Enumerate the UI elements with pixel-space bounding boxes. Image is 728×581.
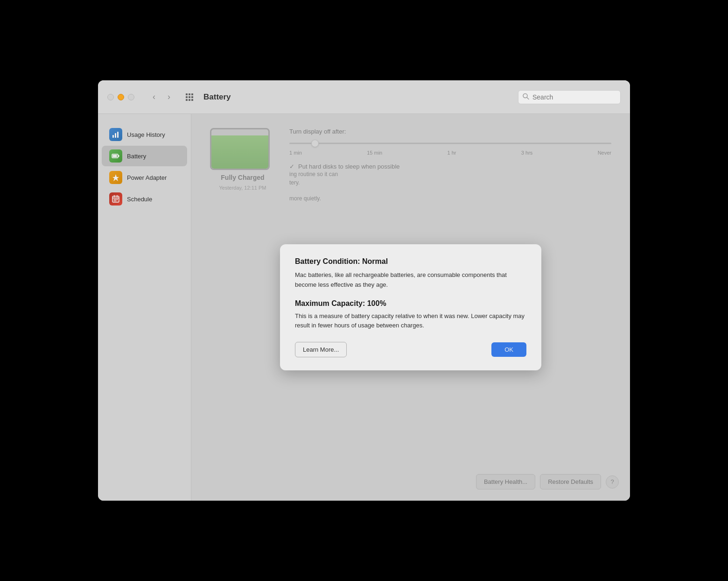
modal-buttons: Learn More... OK (295, 342, 526, 357)
svg-rect-2 (191, 93, 193, 95)
power-adapter-label: Power Adapter (127, 174, 167, 181)
svg-rect-3 (186, 96, 188, 98)
battery-condition-modal: Battery Condition: Normal Mac batteries,… (280, 244, 541, 370)
maximize-button[interactable] (128, 94, 134, 100)
svg-rect-8 (191, 99, 193, 101)
learn-more-button[interactable]: Learn More... (295, 342, 347, 357)
back-button[interactable]: ‹ (147, 91, 161, 104)
usage-history-icon (109, 128, 122, 141)
content-area: Usage History Battery (98, 114, 630, 501)
nav-arrows: ‹ › (147, 91, 175, 104)
sidebar-item-power-adapter[interactable]: Power Adapter (102, 167, 187, 188)
svg-rect-26 (115, 200, 116, 201)
grid-view-icon[interactable] (183, 91, 196, 104)
modal-section-title: Maximum Capacity: 100% (295, 299, 526, 308)
svg-rect-11 (112, 135, 114, 138)
svg-marker-17 (112, 174, 119, 181)
svg-rect-12 (115, 133, 116, 138)
battery-icon (109, 149, 122, 163)
usage-history-label: Usage History (127, 131, 165, 138)
svg-rect-7 (189, 99, 190, 101)
schedule-label: Schedule (127, 196, 152, 203)
ok-button[interactable]: OK (491, 342, 526, 357)
forward-button[interactable]: › (162, 91, 175, 104)
svg-rect-25 (114, 200, 115, 201)
svg-rect-5 (191, 96, 193, 98)
svg-rect-1 (189, 93, 190, 95)
svg-rect-15 (113, 155, 117, 157)
sidebar-item-battery[interactable]: Battery (102, 146, 187, 166)
modal-overlay: Battery Condition: Normal Mac batteries,… (191, 114, 630, 501)
search-icon (523, 93, 529, 101)
search-input[interactable] (518, 90, 621, 104)
titlebar: ‹ › Battery (98, 80, 630, 114)
sidebar-item-schedule[interactable]: Schedule (102, 189, 187, 209)
svg-rect-16 (118, 155, 119, 157)
svg-rect-22 (114, 199, 115, 200)
svg-line-10 (527, 97, 529, 99)
schedule-icon (109, 192, 122, 205)
main-window: ‹ › Battery (98, 80, 630, 501)
close-button[interactable] (107, 94, 114, 100)
traffic-lights (107, 94, 134, 100)
sidebar-item-usage-history[interactable]: Usage History (102, 124, 187, 145)
svg-rect-24 (117, 199, 118, 200)
minimize-button[interactable] (118, 94, 124, 100)
search-wrapper (518, 90, 621, 104)
svg-rect-13 (117, 132, 119, 138)
main-panel: Fully Charged Yesterday, 12:11 PM Turn d… (191, 114, 630, 501)
window-title: Battery (203, 92, 511, 102)
svg-rect-23 (115, 199, 116, 200)
sidebar: Usage History Battery (98, 114, 191, 501)
svg-rect-6 (186, 99, 188, 101)
power-adapter-icon (109, 171, 122, 184)
modal-body2: This is a measure of battery capacity re… (295, 312, 526, 331)
svg-rect-0 (186, 93, 188, 95)
battery-label: Battery (127, 153, 146, 160)
modal-body1: Mac batteries, like all rechargeable bat… (295, 270, 526, 290)
modal-title: Battery Condition: Normal (295, 257, 526, 266)
svg-rect-4 (189, 96, 190, 98)
